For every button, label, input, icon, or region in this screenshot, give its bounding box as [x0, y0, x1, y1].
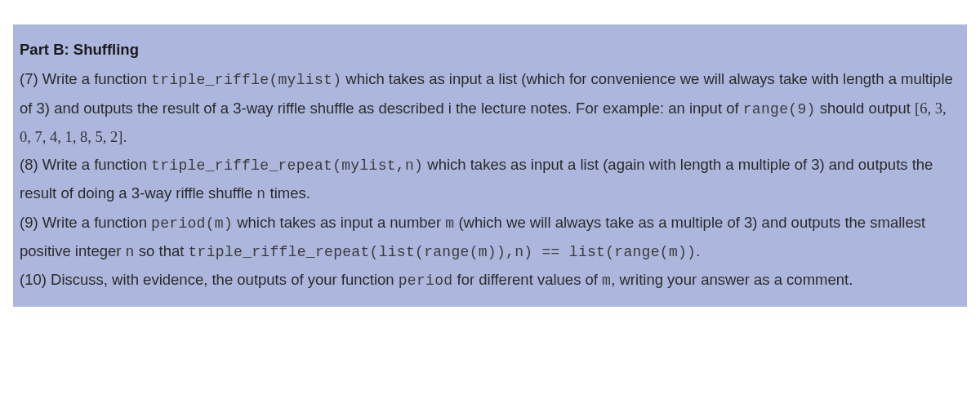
q10-text-prefix: (10) Discuss, with evidence, the outputs…	[20, 271, 399, 288]
q8-code-n: n	[256, 186, 265, 202]
question-8: (8) Write a function triple_riffle_repea…	[20, 151, 960, 209]
q10-text-suffix: , writing your answer as a comment.	[611, 271, 853, 288]
q10-code-m: m	[602, 272, 611, 289]
q7-text-prefix: (7) Write a function	[20, 70, 151, 87]
q9-code-function: period(m)	[151, 215, 233, 232]
q9-text-mid1: which takes as input a number	[233, 214, 445, 231]
q9-text-mid3: so that	[135, 242, 189, 259]
top-spacer	[0, 0, 980, 24]
q9-code-m: m	[445, 215, 454, 232]
q10-code-period: period	[399, 272, 453, 289]
q9-text-suffix: .	[696, 242, 700, 259]
problem-box: Part B: Shuffling (7) Write a function t…	[13, 24, 967, 307]
q8-text-suffix: times.	[265, 184, 310, 202]
q8-code-function: triple_riffle_repeat(mylist,n)	[151, 157, 423, 174]
q9-code-expr: triple_riffle_repeat(list(range(m)),n) =…	[189, 244, 697, 260]
question-7: (7) Write a function triple_riffle(mylis…	[20, 65, 960, 151]
q7-code-function: triple_riffle(mylist)	[151, 72, 341, 88]
question-9: (9) Write a function period(m) which tak…	[20, 209, 960, 267]
question-10: (10) Discuss, with evidence, the outputs…	[20, 266, 960, 295]
q7-text-suffix: .	[122, 128, 127, 145]
q9-text-prefix: (9) Write a function	[20, 214, 151, 231]
part-b-heading: Part B: Shuffling	[20, 36, 960, 64]
q7-text-mid2: should output	[816, 100, 915, 117]
q10-text-mid1: for different values of	[452, 271, 602, 288]
q9-code-n: n	[126, 244, 135, 260]
q8-text-prefix: (8) Write a function	[20, 156, 151, 173]
q7-code-input: range(9)	[743, 101, 816, 117]
